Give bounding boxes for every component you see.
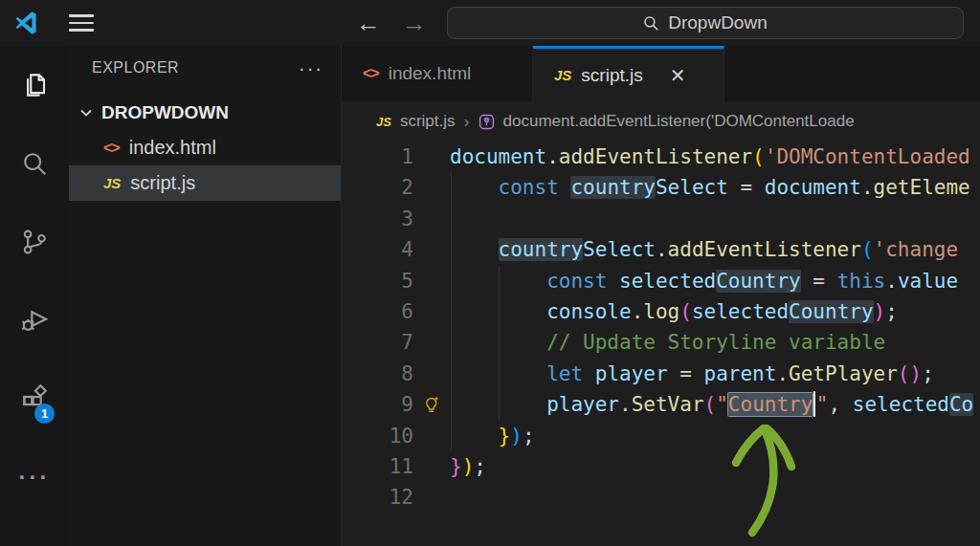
search-icon <box>643 15 659 32</box>
close-icon[interactable]: ✕ <box>670 64 686 87</box>
occurrence-highlight: country <box>570 176 656 199</box>
gutter-space <box>413 482 450 513</box>
code-text: countrySelect.addEventListener('change <box>450 234 980 265</box>
line-number: 11 <box>342 451 413 482</box>
js-file-icon: JS <box>554 67 571 83</box>
code-text <box>450 482 980 513</box>
line-number: 8 <box>342 359 413 389</box>
code-text <box>450 204 980 234</box>
code-text: player.SetVar("Country", selectedCo <box>450 389 980 420</box>
line-number: 10 <box>342 421 413 451</box>
indent-guide <box>499 266 500 421</box>
search-sidebar-icon[interactable] <box>0 124 69 203</box>
code-line-12[interactable]: 12 <box>342 482 980 513</box>
selected-text: Country <box>728 393 813 416</box>
gutter-space <box>413 234 450 265</box>
run-debug-icon[interactable] <box>0 281 69 360</box>
editor-group: <> index.html JS script.js ✕ JS script.j… <box>342 46 980 546</box>
gutter-space <box>413 204 450 234</box>
breadcrumb-symbol[interactable]: document.addEventListener('DOMContentLoa… <box>503 112 855 131</box>
chevron-down-icon <box>78 105 94 120</box>
lightbulb-icon[interactable] <box>413 389 450 420</box>
code-line-10[interactable]: 10 }); <box>342 421 980 451</box>
code-line-5[interactable]: 5 const selectedCountry = this.value <box>342 266 980 296</box>
code-text: console.log(selectedCountry); <box>450 296 980 327</box>
breadcrumb: JS script.js › document.addEventListener… <box>342 101 980 142</box>
gutter-space <box>413 172 450 203</box>
code-text: }); <box>450 421 980 451</box>
occurrence-highlight: Co <box>949 393 973 416</box>
indent-guide <box>451 172 452 451</box>
html-file-icon: <> <box>103 140 120 157</box>
folder-name: DROPWDOWN <box>101 102 229 123</box>
html-file-icon: <> <box>363 65 379 82</box>
line-number: 5 <box>342 266 413 296</box>
code-text: }); <box>450 451 980 482</box>
line-number: 12 <box>342 482 413 513</box>
menu-icon[interactable] <box>69 14 94 32</box>
code-line-11[interactable]: 11}); <box>342 451 980 482</box>
line-number: 1 <box>342 142 413 172</box>
code-line-6[interactable]: 6 console.log(selectedCountry); <box>342 296 980 327</box>
extensions-badge: 1 <box>34 404 55 424</box>
tab-label: script.js <box>581 65 642 86</box>
occurrence-highlight: Country <box>789 300 874 323</box>
line-number: 7 <box>342 327 413 358</box>
occurrence-highlight: Country <box>716 270 801 293</box>
vscode-window: ← → DropwDown <box>0 0 980 546</box>
gutter-space <box>413 327 450 358</box>
code-line-9[interactable]: 9 player.SetVar("Country", selectedCo <box>342 389 980 420</box>
code-area[interactable]: 1document.addEventListener('DOMContentLo… <box>342 142 980 500</box>
command-center-search[interactable]: DropwDown <box>447 7 964 39</box>
code-line-4[interactable]: 4 countrySelect.addEventListener('change <box>342 234 980 265</box>
explorer-title: EXPLORER <box>92 59 179 76</box>
folder-dropwdown[interactable]: DROPWDOWN <box>69 96 341 130</box>
file-index-html[interactable]: <> index.html <box>69 130 341 165</box>
breadcrumb-separator: › <box>464 112 470 132</box>
code-line-1[interactable]: 1document.addEventListener('DOMContentLo… <box>342 142 980 172</box>
file-name: script.js <box>130 172 195 194</box>
code-text: document.addEventListener('DOMContentLoa… <box>450 142 980 172</box>
js-file-icon: JS <box>376 115 391 129</box>
code-line-7[interactable]: 7 // Update Storyline variable <box>342 327 980 358</box>
file-script-js[interactable]: JS script.js <box>69 165 341 201</box>
breadcrumb-file[interactable]: script.js <box>400 112 456 131</box>
file-name: index.html <box>129 137 216 159</box>
more-actions-icon[interactable]: ··· <box>0 438 69 516</box>
js-file-icon: JS <box>103 175 121 191</box>
gutter-space <box>413 421 450 451</box>
tab-index-html[interactable]: <> index.html <box>342 46 533 101</box>
vscode-logo-icon <box>13 11 38 35</box>
extensions-icon[interactable]: 1 <box>0 360 69 438</box>
code-text: // Update Storyline variable <box>450 327 980 358</box>
code-line-8[interactable]: 8 let player = parent.GetPlayer(); <box>342 359 980 389</box>
code-lines: 1document.addEventListener('DOMContentLo… <box>342 142 980 513</box>
gutter-space <box>413 296 450 327</box>
nav-back-icon[interactable]: ← <box>356 9 381 38</box>
line-number: 2 <box>342 172 413 203</box>
code-line-2[interactable]: 2 const countrySelect = document.getElem… <box>342 172 980 203</box>
explorer-sidebar: EXPLORER ··· DROPWDOWN <> index.html JS … <box>69 46 342 546</box>
tab-label: index.html <box>389 63 472 84</box>
code-line-3[interactable]: 3 <box>342 204 980 234</box>
activity-bar: 1 ··· <box>0 46 69 546</box>
symbol-event-icon <box>479 114 495 130</box>
title-bar: ← → DropwDown <box>0 0 980 46</box>
code-text: const selectedCountry = this.value <box>450 266 980 296</box>
explorer-more-icon[interactable]: ··· <box>299 57 323 79</box>
search-text: DropwDown <box>668 12 767 33</box>
gutter-space <box>413 266 450 296</box>
explorer-icon[interactable] <box>0 46 69 124</box>
gutter-space <box>413 451 450 482</box>
gutter-space <box>413 359 450 389</box>
line-number: 3 <box>342 204 413 234</box>
nav-forward-icon[interactable]: → <box>402 9 427 38</box>
tab-script-js[interactable]: JS script.js ✕ <box>533 46 724 101</box>
tab-bar: <> index.html JS script.js ✕ <box>342 46 980 101</box>
code-text: let player = parent.GetPlayer(); <box>450 359 980 389</box>
occurrence-highlight: country <box>499 238 584 261</box>
gutter-space <box>413 142 450 172</box>
source-control-icon[interactable] <box>0 203 69 281</box>
code-text: const countrySelect = document.getEleme <box>450 172 980 203</box>
line-number: 6 <box>342 296 413 327</box>
